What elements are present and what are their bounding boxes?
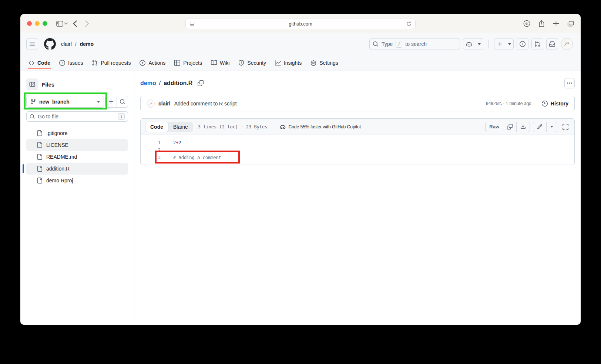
file-icon (37, 154, 43, 160)
breadcrumb-repo-link[interactable]: demo (140, 80, 156, 87)
file-row-license[interactable]: LICENSE (26, 139, 128, 151)
browser-toolbar: github.com (20, 14, 581, 33)
minimize-window-button[interactable] (35, 21, 40, 26)
edit-actions-group (533, 122, 557, 132)
add-file-icon[interactable] (105, 96, 117, 107)
commit-author-avatar[interactable] (147, 100, 155, 108)
line-number[interactable]: 3 (141, 155, 161, 160)
tab-actions[interactable]: Actions (137, 55, 168, 71)
file-row-demo-rproj[interactable]: demo.Rproj (26, 175, 128, 186)
edit-dropdown-caret-icon[interactable] (546, 122, 557, 132)
hamburger-menu-button[interactable] (26, 38, 38, 50)
share-icon[interactable] (538, 20, 545, 27)
tab-settings[interactable]: Settings (308, 55, 341, 71)
tab-pull-requests[interactable]: Pull requests (89, 55, 134, 71)
history-label: History (551, 101, 568, 107)
pull-requests-header-button[interactable] (531, 38, 543, 50)
history-button[interactable]: History (542, 101, 568, 107)
browser-back-button[interactable] (73, 20, 77, 27)
sidebar-chevron-down-icon[interactable] (64, 22, 68, 25)
reload-icon[interactable] (406, 21, 412, 27)
file-icon (37, 130, 43, 136)
inbox-header-button[interactable] (546, 38, 558, 50)
search-tree-icon[interactable] (117, 96, 128, 107)
download-raw-icon[interactable] (516, 122, 530, 132)
file-toolbar: Code Blame 3 lines (2 loc) · 23 Bytes (141, 119, 574, 135)
downloads-icon[interactable] (523, 20, 530, 27)
search-icon (373, 41, 379, 47)
create-new-caret-icon[interactable] (506, 38, 513, 50)
search-placeholder-prefix: Type (382, 41, 393, 47)
tab-code[interactable]: Code (26, 55, 53, 71)
new-tab-icon[interactable] (553, 20, 559, 27)
global-search-input[interactable]: Type / to search (369, 38, 460, 50)
collapse-file-tree-button[interactable] (26, 78, 38, 90)
breadcrumb-owner-link[interactable]: clairl (61, 41, 72, 47)
browser-forward-button[interactable] (85, 20, 89, 27)
close-window-button[interactable] (27, 21, 32, 26)
line-code: 2+2 (161, 140, 181, 145)
tab-code-label: Code (37, 60, 50, 66)
expand-file-view-icon[interactable] (560, 122, 571, 132)
line-number[interactable]: 1 (141, 140, 161, 145)
copilot-icon[interactable] (463, 38, 475, 50)
tab-projects[interactable]: Projects (171, 55, 205, 71)
file-row-addition-r[interactable]: addition.R (26, 163, 128, 175)
breadcrumb-file-name: addition.R (164, 80, 192, 87)
tab-insights[interactable]: Insights (272, 55, 305, 71)
github-logo-icon[interactable] (44, 38, 56, 50)
go-to-file-input[interactable]: Go to file t (26, 111, 128, 122)
tab-wiki[interactable]: Wiki (208, 55, 232, 71)
copy-file-icon[interactable] (503, 122, 516, 132)
copilot-dropdown-caret-icon[interactable] (475, 38, 483, 50)
commit-author-name[interactable]: clairl (158, 101, 171, 107)
commit-hash-and-time[interactable]: 94925fc · 1 minute ago (486, 101, 531, 106)
raw-button[interactable]: Raw (486, 122, 503, 132)
file-row-readme[interactable]: README.md (26, 151, 128, 163)
tab-pull-requests-label: Pull requests (101, 60, 131, 66)
blame-view-tab[interactable]: Blame (168, 122, 193, 132)
tab-security[interactable]: Security (235, 55, 269, 71)
files-panel-title: Files (42, 81, 54, 88)
branch-selector-button[interactable]: new_branch (26, 96, 104, 108)
graph-icon (275, 60, 281, 66)
file-breadcrumb: demo / addition.R (140, 78, 575, 89)
issues-header-button[interactable] (517, 38, 528, 50)
code-line-3: 3 # Adding a comment (141, 154, 574, 161)
code-line-1: 1 2+2 (141, 139, 574, 146)
file-name: addition.R (46, 166, 70, 172)
file-name: README.md (46, 154, 77, 160)
github-header: clairl / demo Type / to search (20, 33, 581, 55)
slash-keycap: / (396, 41, 402, 48)
history-clock-icon (542, 101, 548, 107)
copilot-button (463, 38, 483, 50)
page-settings-icon[interactable] (189, 21, 195, 26)
user-avatar[interactable] (561, 38, 573, 50)
file-name: demo.Rproj (46, 178, 73, 183)
gear-icon (310, 60, 316, 66)
plus-icon[interactable] (494, 38, 506, 50)
code-view-tab[interactable]: Code (145, 122, 168, 132)
shield-icon (238, 60, 244, 66)
tab-insights-label: Insights (284, 60, 302, 66)
fullscreen-window-button[interactable] (43, 21, 47, 26)
commit-message[interactable]: Added comment to R script (174, 101, 237, 107)
book-icon (211, 60, 217, 66)
copilot-icon (280, 124, 286, 130)
address-bar[interactable]: github.com (185, 18, 416, 29)
files-sidebar: Files new_branch (20, 71, 134, 325)
tab-security-label: Security (247, 60, 266, 66)
line-code: # Adding a comment (161, 155, 221, 160)
copy-path-icon[interactable] (198, 80, 204, 86)
file-stats: 3 lines (2 loc) · 23 Bytes (198, 124, 268, 129)
edit-pencil-icon[interactable] (533, 122, 546, 132)
breadcrumb-repo-link[interactable]: demo (80, 41, 94, 47)
go-to-file-placeholder: Go to file (38, 114, 58, 119)
copilot-banner[interactable]: Code 55% faster with GitHub Copilot (280, 124, 361, 130)
browser-sidebar-toggle-icon[interactable] (56, 21, 63, 27)
tab-overview-icon[interactable] (567, 21, 574, 27)
tab-issues[interactable]: Issues (56, 55, 86, 71)
file-row-gitignore[interactable]: .gitignore (26, 127, 128, 139)
line-number[interactable]: 2 (141, 148, 161, 153)
file-more-options-button[interactable] (564, 78, 575, 88)
